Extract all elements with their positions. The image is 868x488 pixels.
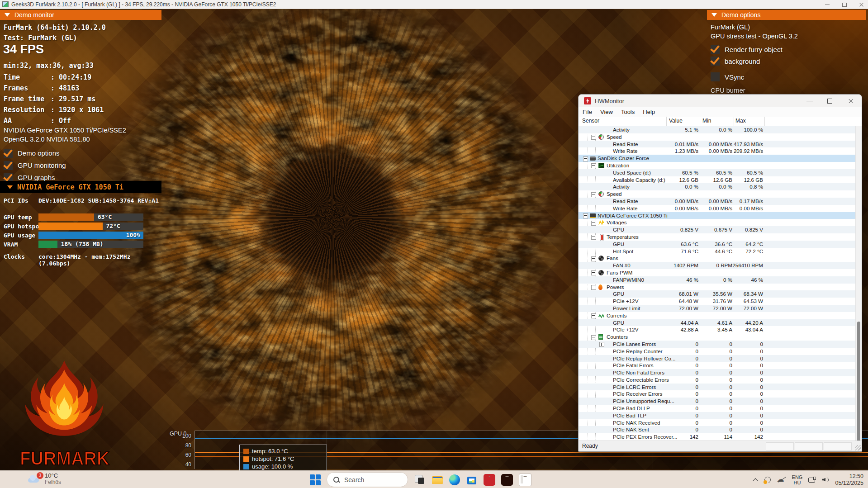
sensor-row[interactable]: Voltages (579, 219, 855, 226)
sensor-row[interactable]: GPU 44.04 A 4.61 A 44.20 A (579, 319, 855, 327)
sensor-row[interactable]: PCIe Non Fatal Errors 0 0 0 (579, 369, 855, 376)
weather-widget[interactable]: 3 10°C Felhős (27, 472, 61, 485)
minimize-icon[interactable] (799, 95, 820, 107)
expand-toggle-icon[interactable] (583, 213, 588, 218)
checkbox-icon[interactable] (711, 72, 720, 81)
vsync-checkbox-row[interactable]: VSync (711, 72, 744, 81)
sensor-row[interactable]: PCIe Correctable Errors 0 0 0 (579, 376, 855, 384)
gpu-section-header[interactable]: NVIDIA GeForce GTX 1050 Ti (0, 181, 161, 193)
sensor-row[interactable]: Write Rate 0.00 MB/s 0.00 MB/s 0.00 MB/s (579, 205, 855, 212)
sensor-row[interactable]: Used Space (d:) 60.5 % 60.5 % 60.5 % (579, 169, 855, 176)
checkbox-icon[interactable] (711, 45, 720, 54)
resize-grip[interactable] (855, 445, 861, 450)
maximize-icon[interactable] (820, 95, 841, 107)
furmark-gl-window-icon[interactable] (519, 474, 531, 486)
checkbox-icon[interactable] (4, 149, 13, 158)
language-switcher[interactable]: ENG HU (792, 474, 803, 485)
sensor-row[interactable]: Utilization (579, 162, 855, 169)
expand-toggle-icon[interactable] (591, 256, 596, 261)
sensor-row[interactable]: PCIe Lanes Errors 0 0 0 (579, 341, 855, 348)
expand-toggle-icon[interactable] (591, 192, 596, 197)
expand-toggle-icon[interactable] (583, 156, 588, 161)
sensor-row[interactable]: PCIe NAK Sent 0 0 0 (579, 426, 855, 433)
sensor-row[interactable]: Currents (579, 312, 855, 319)
sensor-row[interactable]: Write Rate 1.23 MB/s 0.00 MB/s 209.92 MB… (579, 147, 855, 155)
expand-toggle-icon[interactable] (591, 221, 596, 226)
column-header-row[interactable]: Sensor Value Min Max (579, 117, 862, 127)
sensor-row[interactable]: Fans PWM (579, 269, 855, 276)
hwmonitor-titlebar[interactable]: HWMonitor (579, 95, 862, 107)
expand-toggle-icon[interactable] (591, 313, 596, 318)
sensor-row[interactable]: Power Limit 72.00 W 72.00 W 72.00 W (579, 305, 855, 312)
checkbox-icon[interactable] (4, 161, 13, 170)
tray-chevron-up-icon[interactable] (753, 478, 758, 482)
sensor-row[interactable]: FAN #0 1402 RPM 0 RPM 256410 RPM (579, 262, 855, 269)
sensor-row[interactable]: NVIDIA GeForce GTX 1050 Ti (579, 212, 855, 219)
minimize-icon[interactable] (824, 1, 831, 8)
sensor-row[interactable]: Activity 0.0 % 0.0 % 0.8 % (579, 183, 855, 190)
close-icon[interactable] (858, 1, 865, 8)
checkbox-row[interactable]: Demo options (4, 147, 66, 159)
sensor-row[interactable]: Speed (579, 190, 855, 198)
sensor-row[interactable]: GPU 0.825 V 0.675 V 0.825 V (579, 226, 855, 233)
menu-item[interactable]: View (596, 109, 617, 115)
sensor-row[interactable]: PCIe Bad DLLP 0 0 0 (579, 405, 855, 412)
sensor-row[interactable]: FANPWMIN0 46 % 0 % 46 % (579, 276, 855, 284)
sensor-row[interactable]: GPU 63.6 °C 36.6 °C 64.2 °C (579, 241, 855, 248)
expand-toggle-icon[interactable] (591, 163, 596, 168)
column-sensor[interactable]: Sensor (582, 118, 599, 124)
sensor-row[interactable]: PCIe Fatal Errors 0 0 0 (579, 362, 855, 369)
network-icon[interactable] (808, 477, 816, 483)
sensor-row[interactable]: PCIe PEX Errors Recover... 142 114 142 (579, 433, 855, 441)
sensor-row[interactable]: PCIe Replay Rollover Co... 0 0 0 (579, 355, 855, 362)
maximize-icon[interactable] (841, 1, 848, 8)
menu-item[interactable]: Help (639, 109, 659, 115)
file-explorer-icon[interactable] (432, 474, 443, 486)
search-box[interactable]: Search (327, 472, 408, 487)
update-sync-icon[interactable] (764, 476, 771, 483)
checkbox-row[interactable]: GPU monitoring (4, 159, 66, 171)
start-button-icon[interactable] (310, 474, 321, 485)
expand-toggle-icon[interactable] (591, 135, 596, 140)
column-value[interactable]: Value (669, 118, 683, 124)
sensor-row[interactable]: GPU 68.01 W 35.56 W 68.34 W (579, 290, 855, 298)
sensor-row[interactable]: PCIe Receiver Errors 0 0 0 (579, 390, 855, 398)
sensor-row[interactable]: Activity 5.1 % 0.0 % 100.0 % (579, 126, 855, 133)
sensor-row[interactable]: PCIe Unsupported Requ... 0 0 0 (579, 398, 855, 405)
scrollbar-thumb[interactable] (857, 322, 860, 452)
sensor-row[interactable]: PCIe +12V 64.48 W 31.76 W 64.53 W (579, 298, 855, 305)
demo-monitor-header[interactable]: Demo monitor (0, 10, 161, 20)
sensor-row[interactable]: Hot Spot 71.6 °C 44.6 °C 72.2 °C (579, 248, 855, 255)
expand-toggle-icon[interactable] (591, 335, 596, 340)
sensor-row[interactable]: PCIe NAK Received 0 0 0 (579, 419, 855, 426)
expand-toggle-icon[interactable] (599, 342, 604, 347)
menu-item[interactable]: Tools (617, 109, 639, 115)
sensor-row[interactable]: Read Rate 0.01 MB/s 0.00 MB/s 417.93 MB/… (579, 141, 855, 148)
column-max[interactable]: Max (735, 118, 746, 124)
close-icon[interactable] (841, 95, 862, 107)
scrollbar[interactable] (855, 126, 862, 441)
sensor-row[interactable]: PCIe Bad TLP 0 0 0 (579, 412, 855, 419)
sensor-row[interactable]: Available Capacity (d:) 12.6 GB 12.6 GB … (579, 176, 855, 184)
expand-toggle-icon[interactable] (591, 235, 596, 240)
sensor-row[interactable]: PCIe Replay Counter 0 0 0 (579, 348, 855, 355)
task-view-icon[interactable] (414, 474, 426, 486)
sensor-row[interactable]: Fans (579, 255, 855, 262)
expand-toggle-icon[interactable] (591, 270, 596, 275)
hwmonitor-taskbar-icon[interactable] (484, 474, 495, 486)
checkbox-row[interactable]: background (711, 55, 783, 67)
sensor-row[interactable]: Speed (579, 133, 855, 141)
volume-icon[interactable] (822, 477, 829, 483)
column-min[interactable]: Min (702, 118, 711, 124)
sensor-row[interactable]: Read Rate 0.00 MB/s 0.00 MB/s 0.17 MB/s (579, 198, 855, 205)
sensor-row[interactable]: Powers (579, 284, 855, 291)
checkbox-icon[interactable] (711, 57, 720, 66)
sensor-row[interactable]: PCIe +12V 42.88 A 3.45 A 43.04 A (579, 326, 855, 333)
demo-options-header[interactable]: Demo options (707, 10, 866, 20)
sensor-row[interactable]: Temperatures (579, 233, 855, 241)
sensor-row[interactable]: SanDisk Cruzer Force (579, 155, 855, 162)
edge-browser-icon[interactable] (449, 474, 460, 485)
checkbox-row[interactable]: Render furry object (711, 43, 783, 55)
sensor-row[interactable]: PCIe LCRC Errors 0 0 0 (579, 384, 855, 391)
onedrive-paused-icon[interactable] (777, 476, 786, 483)
